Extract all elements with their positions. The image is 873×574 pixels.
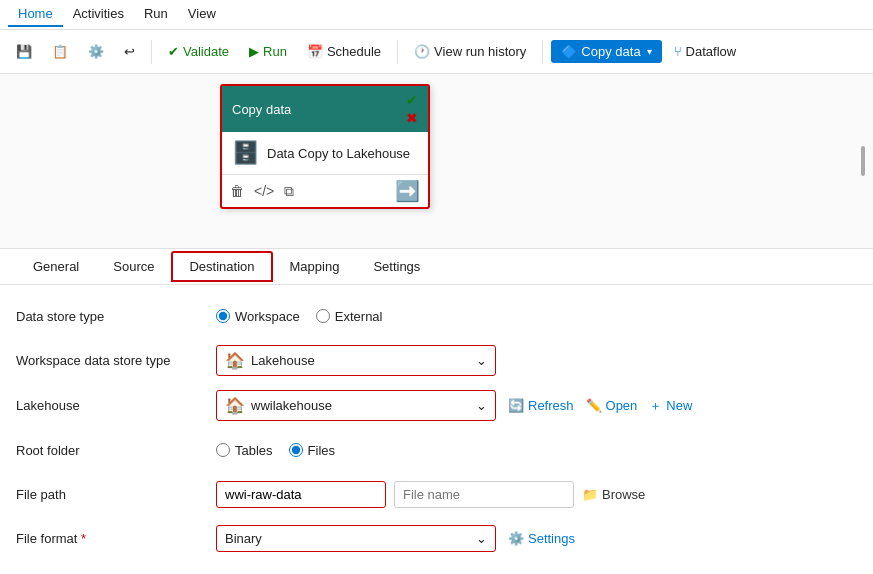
new-icon: ＋: [649, 397, 662, 415]
workspace-radio-label: Workspace: [235, 309, 300, 324]
advanced-row[interactable]: › Advanced: [16, 567, 857, 574]
file-name-input[interactable]: [394, 481, 574, 508]
files-radio-item[interactable]: Files: [289, 443, 335, 458]
tables-radio[interactable]: [216, 443, 230, 457]
external-radio-label: External: [335, 309, 383, 324]
tables-radio-item[interactable]: Tables: [216, 443, 273, 458]
dropdown-chevron-icon: ⌄: [476, 353, 487, 368]
file-format-select[interactable]: Binary ⌄: [216, 525, 496, 552]
root-folder-label: Root folder: [16, 443, 216, 458]
external-radio[interactable]: [316, 309, 330, 323]
lakehouse-select-icon: 🏠: [225, 396, 245, 415]
status-check-icon: ✔: [406, 92, 418, 108]
file-path-input[interactable]: [216, 481, 386, 508]
data-store-type-row: Data store type Workspace External: [16, 301, 857, 331]
lakehouse-dropdown-chevron-icon: ⌄: [476, 398, 487, 413]
new-label: New: [666, 398, 692, 413]
refresh-icon: 🔄: [508, 398, 524, 413]
dataflow-button[interactable]: ⑂ Dataflow: [666, 40, 745, 63]
refresh-label: Refresh: [528, 398, 574, 413]
file-format-label: File format *: [16, 531, 216, 546]
node-copy-icon[interactable]: ⧉: [284, 183, 294, 200]
copy-data-dropdown-icon: ▾: [647, 46, 652, 57]
node-db-icon: 🗄️: [232, 140, 259, 166]
lakehouse-value: wwilakehouse: [251, 398, 332, 413]
format-settings-button[interactable]: ⚙️ Settings: [508, 531, 575, 546]
browse-button[interactable]: 📁 Browse: [582, 487, 645, 502]
node-label: Data Copy to Lakehouse: [267, 146, 410, 161]
schedule-button[interactable]: 📅 Schedule: [299, 40, 389, 63]
root-folder-radio-group: Tables Files: [216, 443, 496, 458]
save-button[interactable]: 💾: [8, 40, 40, 63]
refresh-button[interactable]: 🔄 Refresh: [508, 398, 574, 413]
file-format-side-actions: ⚙️ Settings: [508, 531, 575, 546]
menu-activities[interactable]: Activities: [63, 2, 134, 27]
scroll-handle: [861, 146, 865, 176]
copy-data-button[interactable]: 🔷 Copy data ▾: [551, 40, 661, 63]
menu-home[interactable]: Home: [8, 2, 63, 27]
lakehouse-control: 🏠 wwilakehouse ⌄: [216, 390, 496, 421]
tab-mapping[interactable]: Mapping: [273, 252, 357, 281]
validate-button[interactable]: ✔ Validate: [160, 40, 237, 63]
tabs-bar: General Source Destination Mapping Setti…: [0, 249, 873, 285]
run-button[interactable]: ▶ Run: [241, 40, 295, 63]
divider-2: [397, 40, 398, 64]
tab-settings[interactable]: Settings: [356, 252, 437, 281]
workspace-radio-item[interactable]: Workspace: [216, 309, 300, 324]
open-button[interactable]: ✏️ Open: [586, 398, 638, 413]
workspace-data-store-value: Lakehouse: [251, 353, 315, 368]
tab-source[interactable]: Source: [96, 252, 171, 281]
file-format-value: Binary: [225, 531, 262, 546]
schedule-icon: 📅: [307, 44, 323, 59]
menu-run[interactable]: Run: [134, 2, 178, 27]
status-x-icon: ✖: [406, 110, 418, 126]
validate-label: Validate: [183, 44, 229, 59]
lakehouse-side-actions: 🔄 Refresh ✏️ Open ＋ New: [508, 397, 692, 415]
copy-data-node[interactable]: Copy data ✔ ✖ 🗄️ Data Copy to Lakehouse …: [220, 84, 430, 209]
file-format-row: File format * Binary ⌄ ⚙️ Settings: [16, 523, 857, 553]
data-store-type-label: Data store type: [16, 309, 216, 324]
workspace-data-store-type-select[interactable]: 🏠 Lakehouse ⌄: [216, 345, 496, 376]
node-status: ✔ ✖: [406, 92, 418, 126]
edit-button[interactable]: 📋: [44, 40, 76, 63]
gear-icon: ⚙️: [88, 44, 104, 59]
browse-label: Browse: [602, 487, 645, 502]
save-icon: 💾: [16, 44, 32, 59]
edit-icon: 📋: [52, 44, 68, 59]
settings-button[interactable]: ⚙️: [80, 40, 112, 63]
new-button[interactable]: ＋ New: [649, 397, 692, 415]
undo-icon: ↩: [124, 44, 135, 59]
workspace-data-store-type-control: 🏠 Lakehouse ⌄: [216, 345, 496, 376]
lakehouse-row: Lakehouse 🏠 wwilakehouse ⌄ 🔄 Refresh ✏️: [16, 390, 857, 421]
file-path-row: File path 📁 Browse: [16, 479, 857, 509]
schedule-label: Schedule: [327, 44, 381, 59]
file-path-inputs: 📁 Browse: [216, 481, 696, 508]
node-code-icon[interactable]: </>: [254, 183, 274, 199]
workspace-radio[interactable]: [216, 309, 230, 323]
tab-destination[interactable]: Destination: [171, 251, 272, 282]
file-format-control: Binary ⌄: [216, 525, 496, 552]
divider-1: [151, 40, 152, 64]
files-radio-label: Files: [308, 443, 335, 458]
view-history-label: View run history: [434, 44, 526, 59]
format-settings-label: Settings: [528, 531, 575, 546]
file-path-label: File path: [16, 487, 216, 502]
required-marker: *: [81, 531, 86, 546]
menu-view[interactable]: View: [178, 2, 226, 27]
run-label: Run: [263, 44, 287, 59]
view-history-button[interactable]: 🕐 View run history: [406, 40, 534, 63]
dataflow-icon: ⑂: [674, 44, 682, 59]
external-radio-item[interactable]: External: [316, 309, 383, 324]
file-format-chevron-icon: ⌄: [476, 531, 487, 546]
tab-general[interactable]: General: [16, 252, 96, 281]
open-label: Open: [606, 398, 638, 413]
workspace-data-store-type-row: Workspace data store type 🏠 Lakehouse ⌄: [16, 345, 857, 376]
files-radio[interactable]: [289, 443, 303, 457]
node-arrow-icon[interactable]: ➡️: [395, 179, 420, 203]
lakehouse-select[interactable]: 🏠 wwilakehouse ⌄: [216, 390, 496, 421]
content-area: Data store type Workspace External Works…: [0, 285, 873, 574]
node-title: Copy data: [232, 102, 291, 117]
menu-bar: Home Activities Run View: [0, 0, 873, 30]
undo-button[interactable]: ↩: [116, 40, 143, 63]
node-delete-icon[interactable]: 🗑: [230, 183, 244, 199]
